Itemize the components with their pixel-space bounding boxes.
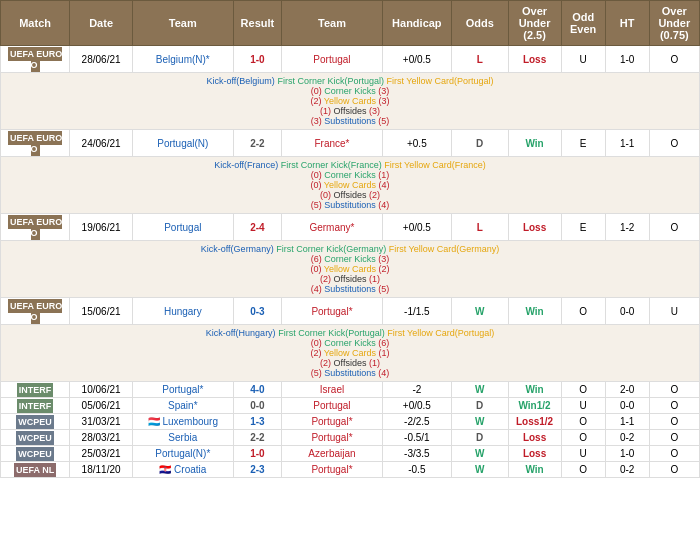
match-team1[interactable]: 🇱🇺 Luxembourg [133,414,234,430]
match-team2[interactable]: Portugal [282,398,383,414]
match-date: 18/11/20 [70,462,133,478]
match-date: 31/03/21 [70,414,133,430]
league-label: WCPEU [16,415,54,429]
match-team1[interactable]: Portugal(N) [133,130,234,157]
league-label: UEFA EURO O [8,215,62,240]
match-odds: Win1/2 [508,398,561,414]
col-date: Date [70,1,133,46]
match-odd-even: U [561,46,605,73]
league-label: UEFA EURO O [8,299,62,324]
match-odd-even: O [561,382,605,398]
match-odds: Win [508,298,561,325]
match-odds: Win [508,462,561,478]
match-ht: 1-0 [605,46,649,73]
match-odds: Loss [508,214,561,241]
match-result: 1-0 [233,446,282,462]
col-over-under075: Over Under (0.75) [649,1,699,46]
league-label: INTERF [17,399,54,413]
match-date: 19/06/21 [70,214,133,241]
match-wdl: W [451,446,508,462]
match-row: UEFA EURO O 15/06/21 Hungary 0-3 Portuga… [1,298,700,325]
match-odd-even: U [561,398,605,414]
col-over-under25: Over Under (2.5) [508,1,561,46]
match-team2[interactable]: Azerbaijan [282,446,383,462]
match-league: WCPEU [1,446,70,462]
match-league: WCPEU [1,414,70,430]
match-detail: Kick-off(Germany) First Corner Kick(Germ… [1,241,700,298]
match-team1[interactable]: Belgium(N)* [133,46,234,73]
match-handicap: -0.5 [382,462,451,478]
match-date: 05/06/21 [70,398,133,414]
match-team1[interactable]: Portugal* [133,382,234,398]
detail-row: Kick-off(France) First Corner Kick(Franc… [1,157,700,214]
match-result: 2-2 [233,130,282,157]
single-match-row: WCPEU 25/03/21 Portugal(N)* 1-0 Azerbaij… [1,446,700,462]
match-team2[interactable]: Portugal* [282,414,383,430]
match-handicap: -3/3.5 [382,446,451,462]
match-ht: 1-1 [605,130,649,157]
match-row: UEFA EURO O 28/06/21 Belgium(N)* 1-0 Por… [1,46,700,73]
col-team2: Team [282,1,383,46]
match-odds: Win [508,130,561,157]
match-team1[interactable]: Hungary [133,298,234,325]
col-handicap: Handicap [382,1,451,46]
match-ht: 0-0 [605,298,649,325]
match-odd-even: O [561,298,605,325]
match-date: 28/03/21 [70,430,133,446]
col-team1: Team [133,1,234,46]
match-league: INTERF [1,398,70,414]
match-team2[interactable]: Portugal* [282,298,383,325]
league-label: UEFA EURO O [8,131,62,156]
match-wdl: L [451,214,508,241]
match-ht: 1-2 [605,214,649,241]
match-league: UEFA NL [1,462,70,478]
match-over-under: U [649,298,699,325]
match-league: UEFA EURO O [1,46,70,73]
match-team2[interactable]: Portugal [282,46,383,73]
match-team1[interactable]: Serbia [133,430,234,446]
match-detail: Kick-off(France) First Corner Kick(Franc… [1,157,700,214]
single-match-row: INTERF 05/06/21 Spain* 0-0 Portugal +0/0… [1,398,700,414]
match-team1[interactable]: Spain* [133,398,234,414]
match-team1[interactable]: Portugal(N)* [133,446,234,462]
match-ht: 1-0 [605,446,649,462]
match-wdl: D [451,430,508,446]
detail-row: Kick-off(Belgium) First Corner Kick(Port… [1,73,700,130]
match-team2[interactable]: Germany* [282,214,383,241]
match-odds: Loss1/2 [508,414,561,430]
league-label: UEFA EURO O [8,47,62,72]
match-team2[interactable]: Portugal* [282,430,383,446]
match-team2[interactable]: Portugal* [282,462,383,478]
match-row: UEFA EURO O 24/06/21 Portugal(N) 2-2 Fra… [1,130,700,157]
match-handicap: +0.5 [382,130,451,157]
match-wdl: L [451,46,508,73]
match-handicap: +0/0.5 [382,46,451,73]
match-team2[interactable]: France* [282,130,383,157]
single-match-row: INTERF 10/06/21 Portugal* 4-0 Israel -2 … [1,382,700,398]
match-over-under: O [649,214,699,241]
match-odds: Loss [508,46,561,73]
match-date: 25/03/21 [70,446,133,462]
match-handicap: -1/1.5 [382,298,451,325]
match-odd-even: O [561,430,605,446]
match-team1[interactable]: 🇭🇷 Croatia [133,462,234,478]
match-wdl: D [451,130,508,157]
match-ht: 2-0 [605,382,649,398]
match-handicap: +0/0.5 [382,398,451,414]
match-over-under: O [649,430,699,446]
match-result: 2-3 [233,462,282,478]
match-result: 2-2 [233,430,282,446]
match-team2[interactable]: Israel [282,382,383,398]
match-odd-even: O [561,414,605,430]
match-odds: Win [508,382,561,398]
col-odd-even: Odd Even [561,1,605,46]
match-odds: Loss [508,446,561,462]
col-odds: Odds [451,1,508,46]
match-result: 0-0 [233,398,282,414]
match-league: UEFA EURO O [1,298,70,325]
match-result: 4-0 [233,382,282,398]
match-over-under: O [649,414,699,430]
match-date: 24/06/21 [70,130,133,157]
match-team1[interactable]: Portugal [133,214,234,241]
match-date: 15/06/21 [70,298,133,325]
